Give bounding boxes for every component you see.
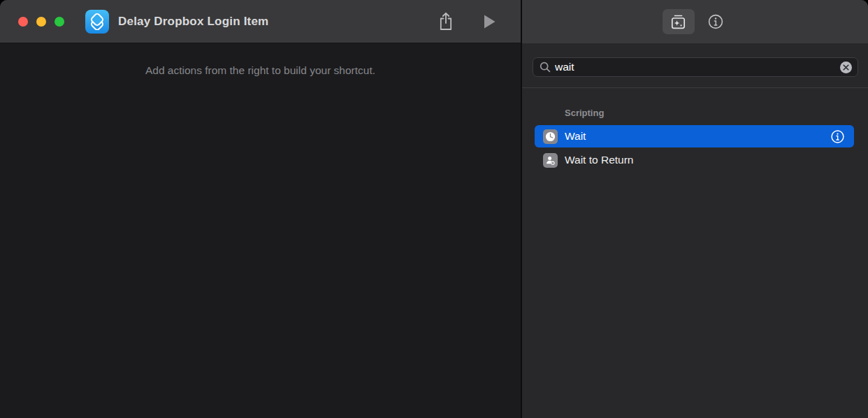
action-info-button[interactable] [830, 129, 845, 144]
section-header-scripting: Scripting [565, 108, 854, 118]
library-toolbar [522, 0, 868, 43]
editor-pane: Delay Dropbox Login Item Add actions fro… [0, 0, 521, 418]
action-library-toggle[interactable] [663, 9, 695, 34]
action-library-icon [670, 13, 687, 31]
wait-action-icon [543, 129, 558, 144]
action-library-pane: Scripting Wait [522, 0, 868, 418]
titlebar: Delay Dropbox Login Item [0, 0, 521, 43]
close-button[interactable] [18, 17, 28, 27]
person-badge-icon [545, 155, 556, 166]
shortcuts-window: Delay Dropbox Login Item Add actions fro… [0, 0, 868, 418]
window-title: Delay Dropbox Login Item [118, 15, 268, 29]
search-field[interactable] [533, 57, 858, 77]
share-button[interactable] [431, 7, 461, 36]
clear-search-button[interactable] [840, 62, 852, 73]
shortcut-details-button[interactable] [703, 9, 728, 34]
action-label: Wait to Return [565, 154, 845, 166]
action-results-list: Scripting Wait [522, 88, 868, 418]
clock-icon [545, 131, 556, 142]
search-input[interactable] [555, 61, 840, 73]
run-shortcut-button[interactable] [475, 7, 504, 36]
action-row-wait[interactable]: Wait [535, 125, 854, 147]
traffic-lights [18, 17, 64, 27]
shortcut-canvas[interactable]: Add actions from the right to build your… [0, 43, 521, 418]
magnifier-icon [540, 62, 551, 73]
play-icon [482, 13, 497, 30]
info-icon [830, 129, 845, 144]
search-strip [522, 43, 868, 88]
shortcuts-glyph [89, 13, 106, 30]
shortcuts-app-icon [85, 10, 109, 34]
action-label: Wait [565, 130, 830, 143]
share-icon [437, 11, 454, 31]
minimize-button[interactable] [36, 17, 46, 27]
canvas-placeholder-text: Add actions from the right to build your… [145, 64, 375, 418]
action-row-wait-to-return[interactable]: Wait to Return [535, 149, 854, 171]
zoom-button[interactable] [55, 17, 64, 27]
clear-x-icon [843, 64, 849, 71]
wait-to-return-action-icon [543, 153, 558, 168]
info-icon [707, 13, 724, 30]
